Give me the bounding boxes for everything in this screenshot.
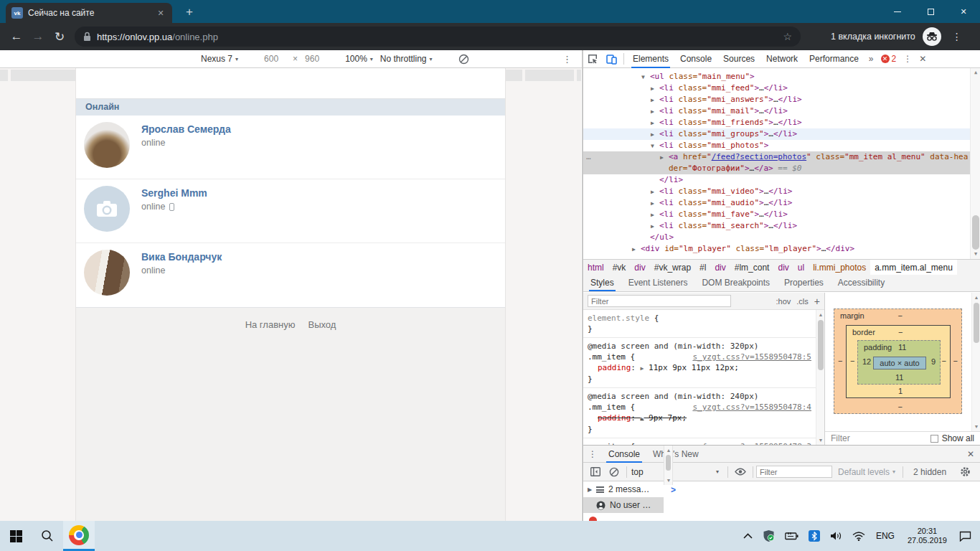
more-tabs-icon[interactable]: » (864, 54, 878, 64)
device-toolbar-menu-icon[interactable]: ⋮ (562, 54, 572, 65)
taskbar-chrome-button[interactable] (63, 521, 95, 551)
viewport-height-field[interactable]: 960 (305, 54, 319, 64)
twisty-icon[interactable]: ▶ (651, 118, 654, 129)
browser-tab[interactable]: vk Сейчас на сайте ✕ (6, 3, 172, 23)
reload-button[interactable]: ↻ (49, 29, 70, 44)
user-name-link[interactable]: Вика Бондарчук (141, 251, 222, 263)
styles-filter-input[interactable] (588, 295, 731, 307)
bookmark-star-icon[interactable]: ☆ (783, 31, 792, 42)
language-indicator[interactable]: ENG (876, 531, 895, 541)
wifi-icon[interactable] (852, 532, 865, 541)
breadcrumb-item[interactable]: li.mmi_photos (809, 260, 870, 276)
devtools-tab-network[interactable]: Network (760, 50, 804, 68)
drawer-tab-whats-new[interactable]: What's New (646, 446, 705, 463)
omnibox[interactable]: https://onlov.pp.ua/online.php ☆ (75, 27, 801, 47)
taskbar-clock[interactable]: 20:31 27.05.2019 (908, 527, 947, 545)
computed-filter-label[interactable]: Filter (831, 433, 850, 443)
elements-tree-line[interactable]: ▶<li class="mmi_mail">…</li> (583, 105, 970, 117)
elements-tree-line[interactable]: ▶<li class="mmi_audio">…</li> (583, 197, 970, 209)
console-sidebar-messages[interactable]: ▶ 2 messa… (583, 481, 664, 497)
drawer-menu-icon[interactable]: ⋮ (583, 449, 602, 459)
twisty-icon[interactable]: ▶ (651, 198, 654, 209)
eye-icon[interactable] (731, 468, 750, 476)
elements-tree-line[interactable]: ▶<li class="mmi_search">…</li> (583, 220, 970, 232)
console-settings-gear-icon[interactable] (956, 466, 974, 477)
box-model-diagram[interactable]: margin − − − − border − − − 1 padding 11 (834, 309, 962, 414)
drawer-tab-console[interactable]: Console (602, 446, 646, 463)
toggle-hover-state-button[interactable]: :hov (776, 297, 791, 306)
style-rule[interactable]: s_cfmxw.css?v=1558950478:3.mm_item { (583, 438, 816, 445)
error-badge[interactable]: ✕ 2 (881, 54, 897, 64)
user-row[interactable]: Serghei Mmm online (76, 179, 505, 243)
twisty-icon[interactable]: ▶ (651, 209, 654, 221)
twisty-icon[interactable]: ▶ (651, 129, 654, 141)
start-button[interactable] (0, 521, 32, 551)
twisty-icon[interactable]: ▶ (651, 187, 654, 198)
elements-tree-line[interactable]: ▶<li class="mmi_friends">…</li> (583, 117, 970, 128)
viewport-width-field[interactable]: 600 (264, 54, 278, 64)
user-name-link[interactable]: Ярослав Семерда (141, 123, 231, 135)
action-center-icon[interactable] (959, 531, 971, 542)
new-style-rule-button[interactable]: + (814, 296, 820, 307)
bluetooth-icon[interactable] (809, 530, 820, 542)
user-avatar[interactable] (84, 250, 130, 296)
styles-scrollbar[interactable]: ▲ ▼ (816, 310, 824, 445)
drawer-close-icon[interactable]: ✕ (967, 449, 974, 459)
zoom-select[interactable]: 100%▾ (345, 54, 373, 64)
back-button[interactable]: ← (6, 29, 27, 44)
breadcrumb-item[interactable]: div (773, 260, 793, 276)
new-tab-button[interactable]: + (181, 4, 198, 22)
elements-tree-line[interactable]: ▶<li class="mmi_fave">…</li> (583, 209, 970, 220)
rotate-disabled-icon[interactable] (458, 54, 469, 65)
devtools-close-icon[interactable]: ✕ (919, 54, 926, 64)
logout-link[interactable]: Выход (308, 319, 336, 331)
volume-icon[interactable] (830, 531, 842, 541)
elements-tree-line[interactable]: ▶<li class="mmi_feed">…</li> (583, 83, 970, 94)
execution-context-select[interactable]: top ▾ (631, 467, 723, 477)
tab-dom-breakpoints[interactable]: DOM Breakpoints (694, 275, 777, 291)
style-rule[interactable]: @media screen and (min-width: 320px)s_yz… (583, 338, 816, 388)
battery-icon[interactable] (785, 532, 798, 540)
user-row[interactable]: Ярослав Семерда online (76, 116, 505, 179)
breadcrumb-item[interactable]: #vk_wrap (650, 260, 695, 276)
console-sidebar-toggle-icon[interactable] (586, 467, 605, 476)
console-sidebar-user-messages[interactable]: No user … (583, 497, 664, 513)
twisty-icon[interactable]: ▶ (651, 83, 654, 95)
breadcrumb-item[interactable]: #l (695, 260, 710, 276)
elements-tree-line[interactable]: </li> (583, 174, 970, 186)
clear-console-icon[interactable] (605, 467, 623, 477)
devtools-tab-console[interactable]: Console (674, 50, 717, 68)
user-avatar[interactable] (84, 186, 130, 232)
toggle-class-button[interactable]: .cls (796, 297, 809, 306)
computed-scrollbar[interactable]: ▲ ▼ (971, 293, 980, 431)
elements-tree-line[interactable]: ▼<ul class="main_menu"> (583, 71, 970, 83)
forward-button[interactable]: → (27, 29, 49, 44)
show-all-checkbox[interactable] (930, 435, 938, 443)
tab-properties[interactable]: Properties (777, 275, 831, 291)
breadcrumb-item[interactable]: #lm_cont (730, 260, 774, 276)
expand-value-icon[interactable]: ▶ (641, 415, 644, 422)
inspect-element-icon[interactable] (583, 54, 602, 65)
breadcrumb-item[interactable]: #vk (608, 260, 631, 276)
tab-styles[interactable]: Styles (583, 275, 621, 291)
tray-expand-chevron-icon[interactable] (743, 533, 753, 539)
ellipsis-indicator[interactable]: … (586, 151, 592, 163)
browser-menu-icon[interactable]: ⋮ (948, 31, 966, 42)
toggle-device-toolbar-icon[interactable] (602, 54, 621, 65)
style-rule[interactable]: element.style {} (583, 310, 816, 338)
elements-tree-line[interactable]: </ul> (583, 232, 970, 243)
throttling-select[interactable]: No throttling▾ (380, 54, 433, 64)
tab-accessibility[interactable]: Accessibility (831, 275, 892, 291)
elements-scrollbar[interactable]: ▲ ▼ (970, 68, 980, 259)
elements-tree-line[interactable]: ▼<li class="mmi_photos"> (583, 140, 970, 151)
devtools-menu-icon[interactable]: ⋮ (903, 54, 912, 64)
window-maximize-button[interactable] (914, 0, 947, 23)
style-rule[interactable]: @media screen and (min-width: 240px)s_yz… (583, 388, 816, 438)
css-property[interactable]: padding: ▶ 9px 7px; (588, 413, 811, 424)
console-prompt-icon[interactable]: > (671, 485, 676, 495)
user-avatar[interactable] (84, 122, 130, 168)
log-levels-select[interactable]: Default levels ▾ (838, 467, 895, 477)
breadcrumb-item-selected[interactable]: a.mm_item.al_menu (870, 260, 957, 276)
taskbar-search-button[interactable] (32, 521, 63, 551)
twisty-icon[interactable]: ▶ (651, 95, 654, 106)
